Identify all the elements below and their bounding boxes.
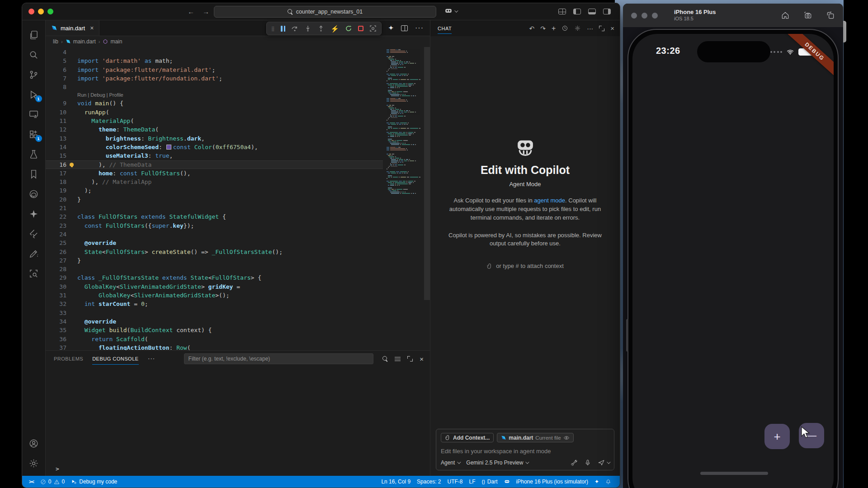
simulator-titlebar[interactable]: iPhone 16 Plus iOS 18.5 [623, 4, 843, 27]
tab-main-dart[interactable]: main.dart × [46, 20, 99, 36]
new-chat-icon[interactable]: + [552, 24, 556, 33]
sidebar-item-remote-explorer[interactable] [24, 104, 44, 124]
nav-back-icon[interactable]: ← [188, 8, 194, 15]
sidebar-item-run-debug[interactable]: 1 [24, 84, 44, 104]
redo-icon[interactable]: ↷ [540, 25, 546, 32]
indentation[interactable]: Spaces: 2 [414, 476, 444, 488]
breadcrumb: lib › main.dart › main [46, 36, 430, 47]
breadcrumb-file[interactable]: main.dart [66, 38, 96, 45]
close-panel-icon[interactable]: × [420, 355, 424, 363]
step-over-icon[interactable] [291, 25, 298, 32]
step-out-icon[interactable] [317, 25, 325, 32]
settings-button[interactable] [24, 453, 44, 473]
copilot-status[interactable] [501, 476, 513, 488]
chat-message-input[interactable] [441, 448, 609, 455]
close-chat-icon[interactable]: × [610, 24, 614, 32]
editor-more-actions-icon[interactable]: ··· [415, 24, 424, 32]
cursor-position[interactable]: Ln 16, Col 9 [378, 476, 414, 488]
home-indicator[interactable] [700, 472, 768, 475]
history-icon[interactable] [561, 25, 568, 32]
undo-icon[interactable]: ↶ [529, 25, 534, 32]
zoom-window-button[interactable] [47, 9, 53, 14]
sidebar-item-explorer[interactable] [24, 25, 44, 45]
panel-search-icon[interactable] [382, 356, 388, 361]
model-picker[interactable]: Gemini 2.5 Pro Preview [466, 460, 528, 466]
sidebar-item-bookmarks[interactable] [24, 164, 44, 184]
minimap[interactable] [387, 48, 423, 350]
restart-icon[interactable] [345, 25, 352, 32]
minimize-window-button[interactable] [38, 9, 44, 14]
agent-mode-link[interactable]: agent mode [534, 197, 565, 204]
close-window-button[interactable] [28, 9, 34, 14]
sidebar-item-extensions[interactable]: 1 [24, 124, 44, 144]
chat-more-actions-icon[interactable]: ··· [587, 25, 593, 32]
tab-chat[interactable]: CHAT [438, 20, 452, 36]
debug-console-filter-input[interactable] [184, 353, 374, 364]
toggle-secondary-sidebar-icon[interactable] [603, 9, 611, 14]
eol-sequence[interactable]: LF [466, 476, 478, 488]
debug-my-code-button[interactable]: Debug my code [68, 476, 120, 488]
command-center-search[interactable]: counter_app_newstars_01 [214, 6, 436, 18]
toggle-panel-icon[interactable] [588, 9, 596, 14]
problems-status[interactable]: 0 0 [37, 476, 68, 488]
console-prompt[interactable]: > [56, 465, 59, 472]
mic-icon[interactable] [584, 459, 591, 466]
language-mode[interactable]: {}Dart [479, 476, 501, 488]
encoding[interactable]: UTF-8 [444, 476, 466, 488]
widget-inspector-icon[interactable] [369, 25, 377, 32]
sidebar-item-testing[interactable] [24, 144, 44, 164]
copilot-titlebar-button[interactable] [444, 7, 457, 15]
stop-icon[interactable] [358, 26, 363, 31]
close-tab-icon[interactable]: × [90, 24, 94, 32]
tab-debug-console[interactable]: DEBUG CONSOLE [92, 351, 138, 367]
gear-icon[interactable] [574, 25, 581, 32]
send-button[interactable] [598, 459, 609, 466]
drag-handle-icon[interactable]: ⣿ [271, 26, 275, 31]
maximize-panel-icon[interactable] [407, 356, 413, 361]
toggle-sidebar-icon[interactable] [573, 9, 581, 14]
editor-scrollbar[interactable] [424, 47, 430, 300]
codelens-row[interactable]: Run | Debug | Profile [46, 91, 383, 99]
notifications-bell[interactable] [602, 476, 614, 488]
sidebar-item-edit[interactable] [24, 244, 44, 263]
increment-fab[interactable]: + [764, 424, 790, 449]
sidebar-item-flutter[interactable] [24, 224, 44, 244]
tools-icon[interactable] [571, 459, 578, 466]
expand-chat-icon[interactable] [599, 26, 604, 31]
rotate-icon[interactable] [826, 11, 835, 20]
sidebar-item-copilot-chat[interactable] [24, 204, 44, 224]
pause-icon[interactable] [281, 26, 285, 32]
add-context-button[interactable]: Add Context... [441, 433, 494, 442]
sidebar-item-search[interactable] [24, 45, 44, 65]
copilot-sparkle-icon[interactable]: ✦ [388, 24, 394, 32]
breadcrumb-symbol[interactable]: main [103, 38, 122, 45]
flutter-sparkle-icon[interactable]: ✦ [591, 476, 602, 488]
hot-reload-icon[interactable]: ⚡ [330, 25, 339, 32]
traffic-lights[interactable] [28, 9, 53, 14]
breadcrumb-lib[interactable]: lib [53, 38, 58, 45]
chat-input-box[interactable]: Add Context... main.dart Current file Ag… [436, 429, 614, 470]
customize-layout-icon[interactable] [558, 9, 566, 14]
context-file-chip[interactable]: main.dart Current file [497, 433, 573, 442]
sidebar-item-widget-inspector[interactable] [24, 263, 44, 283]
device-selector[interactable]: iPhone 16 Plus (ios simulator) [513, 476, 591, 488]
iphone-screen[interactable]: 23:26 DEBUG + — [632, 34, 834, 488]
split-editor-icon[interactable] [401, 25, 408, 31]
step-into-icon[interactable] [304, 25, 311, 32]
debug-console-output[interactable]: > [46, 367, 430, 476]
sidebar-item-github[interactable] [24, 184, 44, 204]
tab-problems[interactable]: PROBLEMS [54, 351, 83, 367]
remote-indicator[interactable]: >< [26, 476, 37, 488]
mode-picker[interactable]: Agent [441, 460, 460, 466]
simulator-window-controls[interactable] [631, 13, 658, 19]
code-editor[interactable]: 45import 'dart:math' as math;6import 'pa… [46, 47, 430, 350]
eye-icon[interactable] [563, 435, 570, 441]
home-icon[interactable] [781, 11, 790, 20]
account-button[interactable] [24, 433, 44, 453]
panel-more-tabs-icon[interactable]: ··· [148, 355, 155, 363]
filter-lines-icon[interactable] [395, 357, 401, 361]
screenshot-camera-icon[interactable] [803, 11, 812, 20]
lightbulb-icon[interactable] [70, 163, 74, 166]
nav-forward-icon[interactable]: → [203, 8, 209, 15]
sidebar-item-source-control[interactable] [24, 65, 44, 84]
